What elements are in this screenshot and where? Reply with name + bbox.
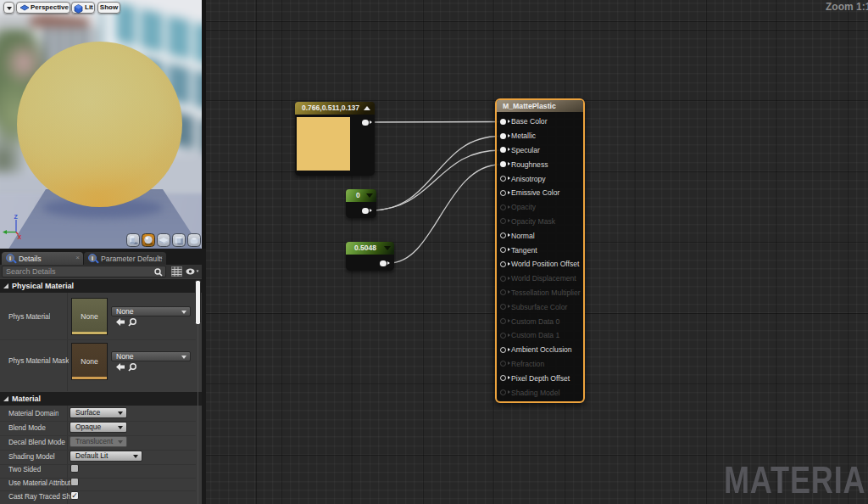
svg-text:X: X — [18, 234, 22, 240]
svg-text:Z: Z — [14, 214, 19, 220]
